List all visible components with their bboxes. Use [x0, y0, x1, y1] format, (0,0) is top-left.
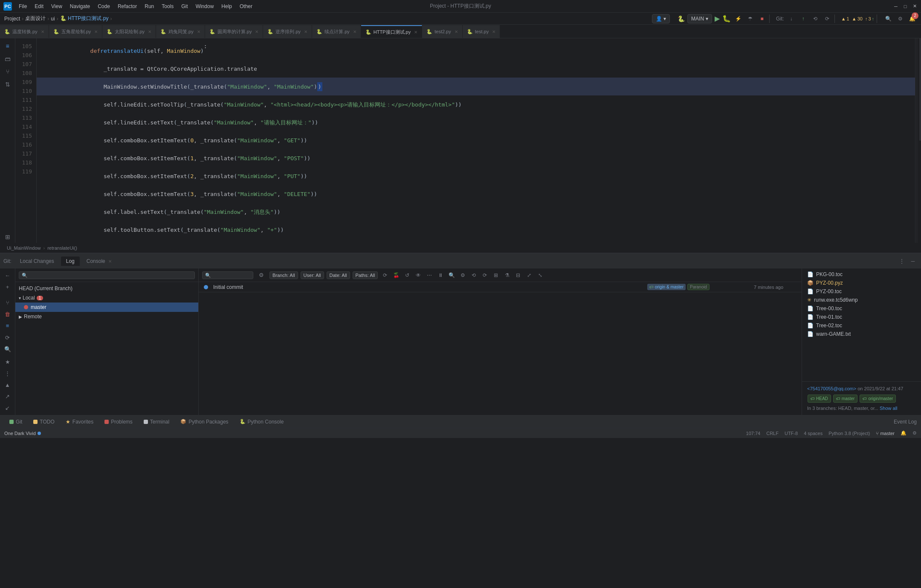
maximize-button[interactable]: □: [902, 3, 908, 9]
log-dots-icon[interactable]: ⋯: [425, 271, 434, 280]
log-view-icon[interactable]: 👁: [414, 271, 423, 280]
tab-close-9[interactable]: ✕: [492, 29, 495, 34]
stop-button[interactable]: ■: [757, 14, 767, 23]
coverage-button[interactable]: ☂: [745, 14, 755, 23]
git-file-2[interactable]: 📄 PYZ-00.toc: [802, 287, 921, 296]
tab-jitu[interactable]: 🐍 鸡兔同笼.py ✕: [156, 25, 205, 38]
log-grid-icon[interactable]: ⊞: [491, 271, 501, 280]
breadcrumb-ui[interactable]: ui: [51, 16, 55, 22]
tab-test[interactable]: 🐍 test.py ✕: [463, 25, 500, 38]
profile-button[interactable]: ⚡: [733, 14, 743, 23]
remote-group[interactable]: ▶ Remote: [15, 312, 198, 321]
sidebar-structure-icon[interactable]: ⊞: [2, 231, 14, 243]
bottom-tab-favorites[interactable]: ★ Favorites: [61, 418, 98, 426]
git-more-btn[interactable]: ⋮: [2, 369, 13, 379]
tab-yuanzhou[interactable]: 🐍 圆周率的计算.py ✕: [205, 25, 264, 38]
log-expand-icon[interactable]: ⊟: [513, 271, 523, 280]
tab-close-0[interactable]: ✕: [41, 29, 44, 34]
git-add-btn[interactable]: +: [2, 282, 13, 292]
sidebar-pullrequests-icon[interactable]: ⇅: [2, 78, 14, 90]
log-collapse-icon[interactable]: ⤡: [536, 271, 545, 280]
git-rollback-btn[interactable]: ⟳: [823, 14, 832, 23]
breadcrumb-folder[interactable]: 桌面设计: [25, 15, 46, 22]
tab-nixu[interactable]: 🐍 逆序排列.py ✕: [263, 25, 312, 38]
breadcrumb-method[interactable]: retranslateUi(): [47, 245, 77, 251]
panel-menu-btn[interactable]: ⋮: [897, 257, 907, 266]
bottom-tab-terminal[interactable]: Terminal: [139, 418, 174, 426]
status-position[interactable]: 107:74: [746, 431, 761, 436]
status-notifications[interactable]: 🔔: [901, 430, 907, 436]
tab-close-6[interactable]: ✕: [353, 29, 356, 34]
git-expand-btn[interactable]: ↗: [2, 392, 13, 402]
status-encoding[interactable]: UTF-8: [785, 431, 798, 436]
log-filter2-icon[interactable]: ⚗: [502, 271, 512, 280]
log-undo-icon[interactable]: ⟲: [469, 271, 478, 280]
menu-view[interactable]: View: [48, 3, 66, 10]
run-button[interactable]: ▶: [715, 14, 720, 23]
menu-code[interactable]: Code: [94, 3, 113, 10]
menu-window[interactable]: Window: [192, 3, 217, 10]
git-settings-btn[interactable]: ▲: [2, 380, 13, 390]
git-star-btn[interactable]: ★: [2, 357, 13, 367]
console-close-icon[interactable]: ✕: [108, 259, 112, 264]
warning-badge[interactable]: ▲1: [841, 16, 849, 21]
log-redo-icon[interactable]: ⟳: [480, 271, 489, 280]
tab-close-7[interactable]: ✕: [414, 30, 417, 35]
branch-filter-btn[interactable]: Branch: All: [269, 271, 298, 279]
menu-git[interactable]: Git: [178, 3, 191, 10]
log-revert-icon[interactable]: ↺: [403, 271, 412, 280]
panel-tab-log[interactable]: Log: [61, 257, 80, 266]
git-file-1[interactable]: 📦 PYZ-00.pyz: [802, 279, 921, 287]
local-group[interactable]: ▾ Local 1: [15, 293, 198, 303]
log-cherry-icon[interactable]: 🍒: [391, 271, 401, 280]
settings-btn[interactable]: ⚙: [895, 14, 905, 23]
tab-taiyang[interactable]: 🐍 太阳花绘制.py ✕: [102, 25, 156, 38]
git-file-3[interactable]: ✳ runw.exe.tc5d6wnp: [802, 296, 921, 304]
log-filter-icon[interactable]: ⚙: [256, 270, 267, 281]
git-history-btn[interactable]: ⟲: [811, 14, 820, 23]
tab-close-4[interactable]: ✕: [255, 29, 258, 34]
bottom-tab-problems[interactable]: Problems: [99, 418, 138, 426]
run-config-btn[interactable]: MAIN ▾: [687, 14, 712, 23]
error-badge[interactable]: ▲30: [852, 16, 863, 21]
git-collapse-btn[interactable]: ←: [2, 270, 13, 280]
git-log-icon[interactable]: ≡: [2, 321, 13, 331]
date-filter-btn[interactable]: Date: All: [327, 271, 350, 279]
git-delete-btn[interactable]: 🗑: [2, 309, 13, 320]
bottom-tab-python-packages[interactable]: 📦 Python Packages: [175, 418, 233, 426]
paths-filter-btn[interactable]: Paths: All: [353, 271, 378, 279]
git-update-btn[interactable]: ↓: [787, 14, 796, 23]
git-fetch-btn[interactable]: ⟳: [2, 332, 13, 343]
bottom-tab-python-console[interactable]: 🐍 Python Console: [235, 418, 289, 426]
git-file-5[interactable]: 📄 Tree-01.toc: [802, 313, 921, 321]
log-refresh-icon[interactable]: ⟳: [380, 271, 390, 280]
user-btn[interactable]: 👤 ▾: [652, 14, 670, 23]
tab-xudian[interactable]: 🐍 续点计算.py ✕: [312, 25, 361, 38]
menu-run[interactable]: Run: [141, 3, 157, 10]
breadcrumb-class[interactable]: Ui_MainWindow: [7, 245, 41, 251]
git-file-7[interactable]: 📄 warn-GAME.txt: [802, 330, 921, 338]
code-editor[interactable]: def retranslateUi(self, MainWindow): _tr…: [37, 38, 915, 243]
event-log-btn[interactable]: Event Log: [894, 419, 917, 425]
menu-other[interactable]: Other: [236, 3, 256, 10]
user-filter-btn[interactable]: User: All: [301, 271, 324, 279]
log-fullscreen-icon[interactable]: ⤢: [524, 271, 534, 280]
panel-minimize-btn[interactable]: ─: [908, 257, 918, 266]
menu-edit[interactable]: Edit: [31, 3, 47, 10]
git-file-6[interactable]: 📄 Tree-02.toc: [802, 321, 921, 330]
log-search2-icon[interactable]: 🔍: [447, 271, 456, 280]
sidebar-git-icon[interactable]: ⑂: [2, 66, 14, 78]
panel-tab-console[interactable]: Console ✕: [81, 257, 117, 266]
status-python-version[interactable]: Python 3.8 (Project): [828, 431, 870, 436]
tab-close-5[interactable]: ✕: [304, 29, 307, 34]
menu-file[interactable]: File: [15, 3, 30, 10]
close-button[interactable]: ✕: [912, 3, 918, 9]
bottom-tab-git[interactable]: Git: [4, 418, 27, 426]
branch-search-input[interactable]: [19, 271, 195, 279]
menu-help[interactable]: Help: [218, 3, 235, 10]
panel-tab-localchanges[interactable]: Local Changes: [15, 257, 59, 266]
status-settings[interactable]: ⚙: [912, 430, 917, 436]
hint-badge[interactable]: ↑3 ↑: [865, 16, 874, 21]
sidebar-project-icon[interactable]: ≡: [2, 40, 14, 52]
git-search-icon[interactable]: 🔍: [2, 344, 13, 354]
